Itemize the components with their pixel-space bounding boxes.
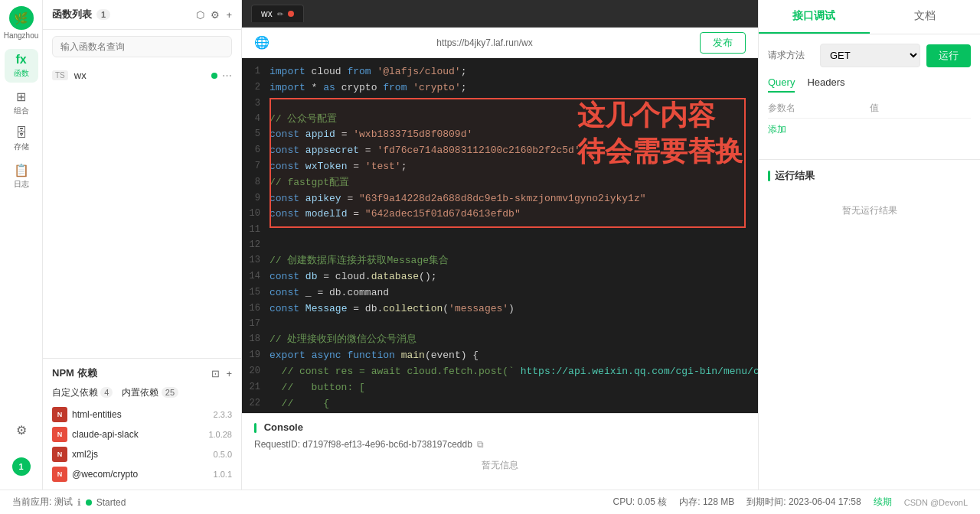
current-app-info: 当前应用: 测试 ℹ Started [12,496,126,509]
query-tab-headers[interactable]: Headers [807,76,844,93]
method-row: 请求方法 GET POST PUT DELETE 运行 [768,44,971,67]
panel-badge: 1 [96,9,110,20]
npm-edit-icon[interactable]: ⊡ [211,368,220,379]
npm-add-icon[interactable]: + [226,368,232,379]
bottom-bar-right: CPU: 0.05 核 内存: 128 MB 到期时间: 2023-06-04 … [613,496,968,509]
status-dot [86,499,92,506]
function-list: TS wx ⋯ [43,63,241,358]
code-line-20: 20 // const res = await cloud.fetch.post… [242,364,758,380]
credit-label: CSDN @DevonL [904,498,968,507]
editor-tabs: wx ✏ [242,0,758,28]
search-input[interactable] [52,36,232,57]
code-line-18: 18 // 处理接收到的微信公众号消息 [242,332,758,348]
storage-label: 存储 [14,142,29,152]
npm-icon-claude: N [52,427,67,442]
app-name-label: Hangzhou [4,31,39,40]
npm-version-xml2js: 0.5.0 [214,450,232,459]
param-name-header: 参数名 [768,102,870,115]
search-box [43,30,241,63]
sidebar-item-storage[interactable]: 🗄 存储 [5,122,38,156]
user-avatar: 1 [12,457,31,476]
function-icon: fx [15,53,26,67]
logs-icon: 📋 [14,163,29,177]
url-text: https://b4jky7.laf.run/wx [279,37,691,48]
panel-header-icons: ⬡ ⚙ + [196,9,232,21]
copy-icon[interactable]: ⧉ [477,439,484,450]
sidebar-item-compose[interactable]: ⊞ 组合 [5,86,38,119]
code-line-9: 9 const apikey = "63f9a14228d2a688d8dc9e… [242,191,758,207]
function-lang: TS [52,70,68,80]
method-label: 请求方法 [768,49,814,62]
npm-item-xml2js: N xml2js 0.5.0 [52,447,232,462]
code-line-12: 12 [242,238,758,253]
function-more-icon[interactable]: ⋯ [222,70,232,81]
logs-label: 日志 [14,179,29,190]
status-label: Started [96,497,126,508]
current-app-label: 当前应用: 测试 [12,496,73,509]
code-line-17: 17 [242,317,758,332]
add-function-icon[interactable]: + [226,9,232,21]
function-item-left: TS wx [52,70,87,81]
editor-tab-wx[interactable]: wx ✏ [251,5,304,22]
function-changed-dot [211,73,217,79]
code-line-23: 23 // "type": "click", [242,412,758,413]
npm-name-html-entities: html-entities [72,409,122,420]
code-line-15: 15 const _ = db.command [242,285,758,301]
function-item-wx[interactable]: TS wx ⋯ [43,63,241,87]
storage-icon: 🗄 [15,126,28,140]
npm-title: NPM 依赖 [52,366,97,380]
console-bar [254,423,256,433]
console-no-info: 暂无信息 [254,453,746,478]
tab-unsaved-dot [288,11,294,17]
publish-button[interactable]: 发布 [700,32,746,54]
sidebar-item-user[interactable]: 1 [5,450,38,483]
code-line-22: 22 // { [242,396,758,412]
npm-list: N html-entities 2.3.3 N claude-api-slack… [52,407,232,482]
code-line-16: 16 const Message = db.collection('messag… [242,301,758,317]
app-logo: 🌿 [9,6,34,30]
cpu-info: CPU: 0.05 核 [613,496,668,509]
url-bar: 🌐 https://b4jky7.laf.run/wx 发布 [242,28,758,58]
sidebar-item-home[interactable]: 🌿 Hangzhou [5,6,38,40]
code-line-1: 1 import cloud from '@lafjs/cloud'; [242,64,758,80]
npm-version-html-entities: 2.3.3 [214,410,232,419]
query-tabs: Query Headers [768,76,971,93]
param-header: 参数名 值 [768,99,971,119]
right-panel-tabs: 接口调试 文档 [759,0,980,34]
code-line-7: 7 const wxToken = 'test'; [242,159,758,175]
code-line-10: 10 const modelId = "642adec15f01d67d4613… [242,207,758,223]
sidebar-item-settings[interactable]: ⚙ [5,413,38,447]
method-select[interactable]: GET POST PUT DELETE [820,44,920,67]
npm-header-icons: ⊡ + [211,368,232,379]
npm-tab-builtin[interactable]: 内置依赖 25 [122,386,178,399]
run-result-title: 运行结果 [768,169,971,183]
panel-header: 函数列表 1 ⬡ ⚙ + [43,0,241,30]
npm-tab-custom[interactable]: 自定义依赖 4 [52,386,113,399]
code-line-14: 14 const db = cloud.database(); [242,269,758,285]
run-button[interactable]: 运行 [926,44,971,67]
sidebar-item-logs[interactable]: 📋 日志 [5,159,38,193]
sidebar-item-functions[interactable]: fx 函数 [5,49,38,83]
settings2-icon[interactable]: ⚙ [211,9,220,21]
npm-icon-xml2js: N [52,447,67,462]
tab-wx-name: wx [261,8,273,19]
npm-version-claude: 1.0.28 [208,430,232,439]
add-param-button[interactable]: 添加 [768,119,971,141]
npm-icon-html-entities: N [52,407,67,422]
console-area: Console RequestID: d7197f98-ef13-4e96-bc… [242,413,758,490]
info-icon[interactable]: ℹ [77,497,81,508]
memory-info: 内存: 128 MB [679,496,734,509]
share-icon[interactable]: ⬡ [196,9,204,21]
code-line-5: 5 const appid = 'wxb1833715d8f0809d' [242,127,758,143]
code-line-6: 6 const appsecret = 'fd76ce714a808311210… [242,143,758,159]
code-editor[interactable]: 这几个内容待会需要替换 1 import cloud from '@lafjs/… [242,58,758,413]
tab-edit-icon: ✏ [277,10,283,18]
tab-docs[interactable]: 文档 [870,0,981,34]
function-item-right: ⋯ [211,70,232,81]
query-section: Query Headers 参数名 值 添加 [768,76,971,141]
panel-title-text: 函数列表 [52,8,92,21]
tab-api-debug[interactable]: 接口调试 [759,0,870,34]
query-tab-query[interactable]: Query [768,76,795,93]
renew-link[interactable]: 续期 [874,496,892,509]
npm-header: NPM 依赖 ⊡ + [52,366,232,380]
